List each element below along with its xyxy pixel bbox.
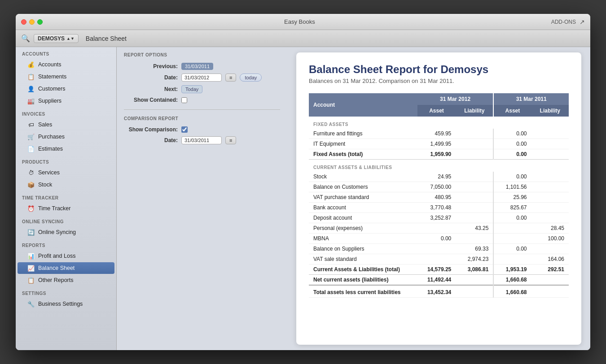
liab-2011-value: 28.45 xyxy=(531,223,569,234)
liab-2011-value: 100.00 xyxy=(531,234,569,244)
sidebar-section-products: PRODUCTS xyxy=(16,155,116,166)
next-value[interactable]: Today xyxy=(181,85,202,93)
liab-2012-value xyxy=(456,149,493,160)
sidebar-item-time-tracker[interactable]: ⏰Time Tracker xyxy=(18,203,114,214)
addon-label[interactable]: ADD-ONS xyxy=(551,19,576,25)
sidebar-item-accounts[interactable]: 💰Accounts xyxy=(18,59,114,70)
account-name: Net current assets (liabilities) xyxy=(309,275,417,286)
estimates-icon: 📄 xyxy=(27,145,35,152)
sidebar-item-sales[interactable]: 🏷Sales xyxy=(18,119,114,130)
balance-sheet-icon: 📈 xyxy=(27,264,35,272)
account-name: Balance on Customers xyxy=(309,182,417,192)
table-row: Bank account 3,770.48 825.67 xyxy=(309,203,569,213)
sidebar-item-profit-loss[interactable]: 📊Profit and Loss xyxy=(18,250,114,262)
previous-date[interactable]: 31/03/2011 xyxy=(181,63,213,70)
report-title: Balance Sheet Report for Demosys xyxy=(309,63,569,76)
company-selector[interactable]: DEMOSYS ▲▼ xyxy=(34,34,79,43)
sidebar-item-balance-sheet[interactable]: 📈Balance Sheet xyxy=(18,262,114,274)
sidebar-item-label-statements: Statements xyxy=(38,74,66,80)
show-comparison-checkbox[interactable] xyxy=(181,126,188,133)
sidebar-item-statements[interactable]: 📋Statements xyxy=(18,71,114,82)
table-row: Personal (expenses) 43.25 28.45 xyxy=(309,223,569,234)
sidebar-item-online-syncing[interactable]: 🔄Online Syncing xyxy=(18,226,114,238)
services-icon: ⏱ xyxy=(27,169,35,176)
online-syncing-icon: 🔄 xyxy=(27,229,35,236)
account-name: Deposit account xyxy=(309,213,417,223)
table-row: Total assets less current liabilities 13… xyxy=(309,285,569,298)
current-date-input[interactable]: 31/03/2012 xyxy=(181,74,222,82)
period-2011-header: 31 Mar 2011 xyxy=(493,93,569,105)
liab-2012-value: 69.33 xyxy=(456,244,493,254)
report-panel: Balance Sheet Report for Demosys Balance… xyxy=(287,47,590,350)
account-name: Current Assets & Liabilities (total) xyxy=(309,264,417,275)
table-row: Current Assets & Liabilities (total) 14,… xyxy=(309,264,569,275)
liab-2012-value xyxy=(456,192,493,203)
sidebar-item-label-business-settings: Business Settings xyxy=(38,301,83,307)
asset-2011-value: 1,953.19 xyxy=(493,264,531,275)
asset-2011-value: 0.00 xyxy=(493,244,531,254)
liability-2012-header: Liability xyxy=(456,105,493,117)
liab-2011-value xyxy=(531,172,569,182)
sidebar-section-reports: REPORTS xyxy=(16,238,116,250)
sidebar-item-estimates[interactable]: 📄Estimates xyxy=(18,143,114,155)
asset-2012-value: 459.95 xyxy=(417,129,456,139)
liab-2012-value xyxy=(456,139,493,149)
liab-2012-value xyxy=(456,129,493,139)
sidebar-item-stock[interactable]: 📦Stock xyxy=(18,179,114,191)
comparison-date-input[interactable]: 31/03/2011 xyxy=(181,136,222,144)
asset-2012-value: 480.95 xyxy=(417,192,456,203)
sidebar-item-other-reports[interactable]: 📋Other Reports xyxy=(18,274,114,286)
report-subtitle: Balances on 31 Mar 2012. Comparison on 3… xyxy=(309,78,569,84)
asset-2012-value: 0.00 xyxy=(417,234,456,244)
traffic-lights xyxy=(21,19,43,25)
maximize-button[interactable] xyxy=(37,19,43,25)
search-icon[interactable]: 🔍 xyxy=(21,34,30,43)
asset-2012-value xyxy=(417,244,456,254)
today-button[interactable]: today xyxy=(240,74,262,82)
sidebar-item-label-accounts: Accounts xyxy=(38,61,61,68)
asset-2011-value: 0.00 xyxy=(493,139,531,149)
asset-2012-value: 14,579.25 xyxy=(417,264,456,275)
sidebar-item-customers[interactable]: 👤Customers xyxy=(18,83,114,95)
chevron-down-icon: ▲▼ xyxy=(66,36,75,41)
liability-2011-header: Liability xyxy=(531,105,569,117)
sidebar-item-suppliers[interactable]: 🏭Suppliers xyxy=(18,95,114,107)
asset-2012-value: 1,959.90 xyxy=(417,149,456,160)
asset-2011-value: 0.00 xyxy=(493,213,531,223)
liab-2011-value: 292.51 xyxy=(531,264,569,275)
next-label: Next: xyxy=(124,86,178,92)
share-icon[interactable]: ↗ xyxy=(580,18,585,26)
liab-2011-value xyxy=(531,275,569,286)
report-document: Balance Sheet Report for Demosys Balance… xyxy=(296,52,581,345)
sidebar-item-purchases[interactable]: 🛒Purchases xyxy=(18,131,114,143)
show-comparison-row: Show Comparison: xyxy=(124,126,280,133)
sidebar-item-services[interactable]: ⏱Services xyxy=(18,167,114,178)
show-contained-checkbox[interactable] xyxy=(181,97,187,103)
options-panel: REPORT OPTIONS Previous: 31/03/2011 Date… xyxy=(117,47,287,350)
previous-label: Previous: xyxy=(124,63,178,69)
business-settings-icon: 🔧 xyxy=(27,300,35,308)
section-header-current-assets: CURRENT ASSETS & LIABILITIES xyxy=(309,160,569,172)
sidebar-item-label-suppliers: Suppliers xyxy=(38,98,61,104)
table-row: Deposit account 3,252.87 0.00 xyxy=(309,213,569,223)
liab-2011-value xyxy=(531,182,569,192)
close-button[interactable] xyxy=(21,19,26,25)
sidebar-item-label-sales: Sales xyxy=(38,121,52,128)
table-row: Stock 24.95 0.00 xyxy=(309,172,569,182)
asset-2011-value: 825.67 xyxy=(493,203,531,213)
sidebar-item-label-balance-sheet: Balance Sheet xyxy=(38,265,75,271)
asset-2012-header: Asset xyxy=(417,105,456,117)
accounts-icon: 💰 xyxy=(27,61,35,68)
comparison-calendar-icon-btn[interactable]: ≡ xyxy=(225,136,236,144)
window-title: Easy Books xyxy=(48,18,551,25)
minimize-button[interactable] xyxy=(29,19,35,25)
liab-2012-value xyxy=(456,182,493,192)
liab-2011-value xyxy=(531,149,569,160)
liab-2011-value xyxy=(531,129,569,139)
sidebar-item-business-settings[interactable]: 🔧Business Settings xyxy=(18,298,114,310)
stock-icon: 📦 xyxy=(27,181,35,188)
calendar-icon-btn[interactable]: ≡ xyxy=(225,74,236,82)
asset-2011-value: 1,660.68 xyxy=(493,285,531,298)
content-area: REPORT OPTIONS Previous: 31/03/2011 Date… xyxy=(117,47,590,350)
sidebar-item-label-estimates: Estimates xyxy=(38,146,63,152)
